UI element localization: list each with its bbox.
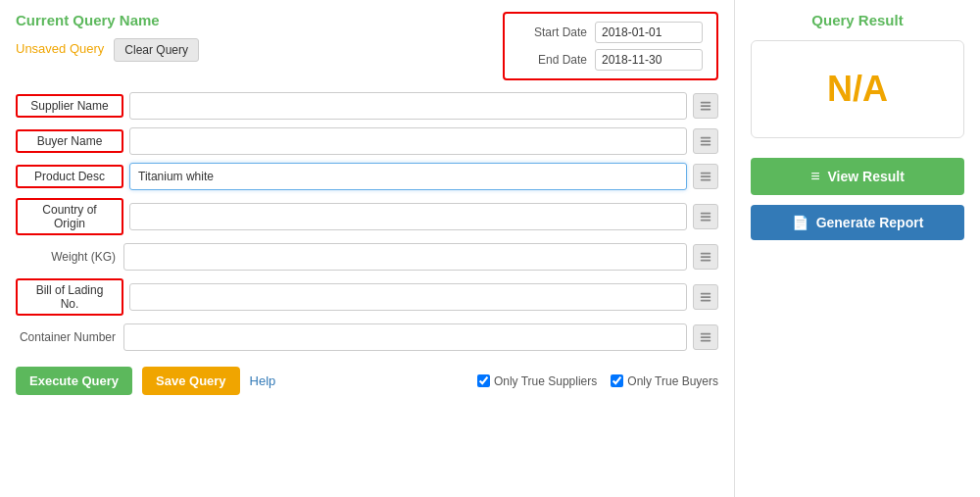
svg-rect-12	[701, 253, 711, 255]
checkboxes-group: Only True Suppliers Only True Buyers	[477, 374, 718, 388]
only-true-buyers-checkbox[interactable]	[611, 374, 623, 387]
end-date-input[interactable]	[595, 49, 703, 71]
country-of-origin-row: Country of Origin	[16, 198, 718, 235]
container-number-label: Container Number	[16, 330, 123, 344]
buyer-name-row: Buyer Name	[16, 127, 718, 155]
bill-of-lading-row: Bill of Lading No.	[16, 278, 718, 316]
container-number-list-icon[interactable]	[693, 324, 718, 350]
svg-rect-19	[701, 336, 711, 338]
svg-rect-6	[701, 173, 711, 174]
right-panel: Query Result N/A ≡ View Result 📄 Generat…	[735, 0, 980, 497]
only-true-suppliers-text: Only True Suppliers	[494, 374, 597, 388]
supplier-name-row: Supplier Name	[16, 92, 718, 120]
buyer-name-label: Buyer Name	[16, 129, 123, 153]
unsaved-query-text: Unsaved Query	[16, 41, 104, 56]
buyer-name-input[interactable]	[129, 127, 687, 155]
supplier-name-label: Supplier Name	[16, 94, 123, 118]
country-of-origin-list-icon[interactable]	[693, 204, 718, 229]
svg-rect-0	[701, 102, 711, 104]
product-desc-row: Product Desc	[16, 163, 718, 190]
svg-rect-1	[701, 105, 711, 107]
view-result-icon: ≡	[810, 168, 819, 185]
svg-rect-9	[701, 213, 711, 215]
execute-query-button[interactable]: Execute Query	[16, 367, 132, 395]
svg-rect-7	[701, 175, 711, 177]
country-of-origin-label: Country of Origin	[16, 198, 123, 235]
svg-rect-16	[701, 296, 711, 298]
generate-report-icon: 📄	[792, 215, 808, 230]
date-range-section: Start Date End Date	[503, 12, 718, 80]
only-true-buyers-label[interactable]: Only True Buyers	[611, 374, 718, 388]
clear-query-button[interactable]: Clear Query	[114, 38, 199, 62]
weight-list-icon[interactable]	[693, 244, 718, 270]
svg-rect-8	[701, 179, 711, 181]
svg-rect-4	[701, 140, 711, 142]
save-query-button[interactable]: Save Query	[142, 367, 240, 395]
svg-rect-20	[701, 340, 711, 342]
bill-of-lading-input[interactable]	[129, 283, 687, 311]
svg-rect-5	[701, 144, 711, 146]
generate-report-button[interactable]: 📄 Generate Report	[751, 205, 964, 240]
svg-rect-14	[701, 260, 711, 262]
product-desc-label: Product Desc	[16, 165, 123, 188]
weight-input[interactable]	[123, 243, 687, 271]
only-true-buyers-text: Only True Buyers	[627, 374, 718, 388]
svg-rect-3	[701, 137, 711, 139]
generate-report-label: Generate Report	[816, 215, 924, 230]
start-date-input[interactable]	[595, 22, 703, 43]
svg-rect-17	[701, 300, 711, 302]
container-number-row: Container Number	[16, 323, 718, 351]
supplier-name-input[interactable]	[129, 92, 687, 120]
only-true-suppliers-checkbox[interactable]	[477, 374, 490, 387]
bottom-bar: Execute Query Save Query Help Only True …	[16, 367, 718, 395]
query-result-title: Query Result	[751, 12, 964, 28]
view-result-label: View Result	[828, 169, 905, 184]
help-link[interactable]: Help	[250, 373, 276, 388]
svg-rect-10	[701, 216, 711, 218]
bill-of-lading-label: Bill of Lading No.	[16, 278, 123, 316]
bill-of-lading-list-icon[interactable]	[693, 284, 718, 310]
only-true-suppliers-label[interactable]: Only True Suppliers	[477, 374, 597, 388]
current-query-label: Current Query Name	[16, 12, 199, 28]
na-text: N/A	[827, 69, 888, 109]
container-number-input[interactable]	[123, 323, 687, 351]
supplier-name-list-icon[interactable]	[693, 93, 718, 119]
view-result-button[interactable]: ≡ View Result	[751, 158, 964, 195]
svg-rect-13	[701, 256, 711, 258]
country-of-origin-input[interactable]	[129, 203, 687, 230]
product-desc-list-icon[interactable]	[693, 164, 718, 189]
end-date-label: End Date	[518, 53, 587, 67]
weight-row: Weight (KG)	[16, 243, 718, 271]
query-form: Supplier Name Buyer Name Product Desc	[16, 92, 718, 351]
svg-rect-15	[701, 293, 711, 295]
weight-label: Weight (KG)	[16, 250, 123, 264]
buyer-name-list-icon[interactable]	[693, 128, 718, 154]
na-box: N/A	[751, 40, 964, 138]
svg-rect-2	[701, 109, 711, 111]
svg-rect-11	[701, 220, 711, 222]
svg-rect-18	[701, 333, 711, 335]
product-desc-input[interactable]	[129, 163, 687, 190]
start-date-label: Start Date	[518, 25, 587, 39]
